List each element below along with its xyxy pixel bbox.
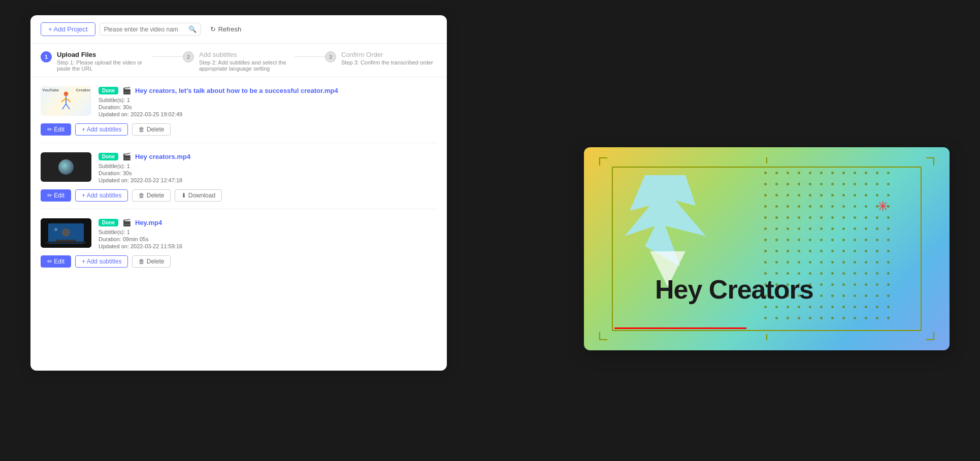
dot xyxy=(865,227,867,230)
dot xyxy=(820,205,823,208)
preview-panel: // Generate dots inline via the template… xyxy=(584,147,950,350)
preview-title: Hey Creators xyxy=(655,274,813,305)
dot xyxy=(764,261,767,264)
dot xyxy=(798,306,800,308)
dot xyxy=(865,283,867,286)
dot xyxy=(842,294,845,297)
edit-button-2[interactable]: ✏ Edit xyxy=(41,189,71,202)
dot xyxy=(854,294,856,297)
dot xyxy=(775,205,778,208)
dot xyxy=(887,306,890,308)
corner-mark-tr xyxy=(926,157,934,166)
dot xyxy=(764,172,767,174)
project-subtitles-3: Subtitle(s): 1 xyxy=(99,229,437,235)
video-icon-3: 🎬 xyxy=(122,218,131,226)
dot xyxy=(831,261,834,264)
dot xyxy=(865,183,867,185)
dot xyxy=(820,183,823,185)
dot xyxy=(876,216,878,219)
step-2-title: Add subtitles xyxy=(199,51,295,58)
step-3-title: Confirm Order xyxy=(341,51,437,58)
dot xyxy=(831,250,834,252)
svg-line-5 xyxy=(66,104,70,109)
project-actions-3: ✏ Edit + Add subtitles 🗑 Delete xyxy=(41,255,437,268)
download-button-2[interactable]: ⬇ Download xyxy=(175,189,222,202)
dot xyxy=(798,172,800,174)
delete-button-1[interactable]: 🗑 Delete xyxy=(132,123,171,136)
dot xyxy=(854,194,856,196)
dot xyxy=(876,283,878,286)
step-1-circle: 1 xyxy=(41,51,52,62)
project-duration-3: Duration: 09min 05s xyxy=(99,236,437,242)
dot xyxy=(787,172,789,174)
delete-button-2[interactable]: 🗑 Delete xyxy=(132,189,171,202)
badge-done-3: Done xyxy=(99,219,118,226)
dot xyxy=(887,261,890,264)
dot xyxy=(842,172,845,174)
dot xyxy=(854,283,856,286)
dot xyxy=(887,183,890,185)
dot xyxy=(887,239,890,241)
svg-line-2 xyxy=(61,98,66,102)
project-title-1: Hey creators, let's talk about how to be… xyxy=(135,87,338,94)
dot xyxy=(775,250,778,252)
dot xyxy=(865,306,867,308)
project-title-3: Hey.mp4 xyxy=(135,219,162,226)
dot xyxy=(842,261,845,264)
edit-button-1[interactable]: ✏ Edit xyxy=(41,123,71,136)
dot xyxy=(842,227,845,230)
video-icon-1: 🎬 xyxy=(122,86,131,94)
project-subtitles-1: Subtitle(s): 1 xyxy=(99,97,437,103)
project-updated-3: Updated on: 2022-03-22 11:59:16 xyxy=(99,243,437,249)
project-updated-2: Updated on: 2022-03-22 12:47:18 xyxy=(99,177,437,183)
dot xyxy=(865,239,867,241)
dot xyxy=(798,183,800,185)
dot xyxy=(820,172,823,174)
dot xyxy=(887,317,890,319)
dot xyxy=(787,239,789,241)
corner-mark-br xyxy=(926,332,934,340)
step-2: 2 Add subtitles Step 2: Add subtitles an… xyxy=(183,51,295,72)
dot xyxy=(764,216,767,219)
dot xyxy=(887,294,890,297)
dot xyxy=(809,172,811,174)
dot xyxy=(865,272,867,275)
add-subtitles-button-3[interactable]: + Add subtitles xyxy=(75,255,128,268)
dot xyxy=(865,216,867,219)
dot xyxy=(876,183,878,185)
project-actions-1: ✏ Edit + Add subtitles 🗑 Delete xyxy=(41,123,437,136)
dot xyxy=(887,283,890,286)
dot xyxy=(876,172,878,174)
dot xyxy=(887,272,890,275)
dot xyxy=(865,261,867,264)
project-thumbnail-3 xyxy=(41,218,91,248)
dot xyxy=(775,239,778,241)
dot xyxy=(831,239,834,241)
add-subtitles-button-2[interactable]: + Add subtitles xyxy=(75,189,128,202)
search-input[interactable] xyxy=(104,26,185,33)
edit-button-3[interactable]: ✏ Edit xyxy=(41,255,71,268)
dot xyxy=(854,306,856,308)
refresh-icon: ↻ xyxy=(210,25,216,33)
toolbar: + Add Project 🔍 ↻ Refresh xyxy=(30,15,447,44)
dot xyxy=(865,250,867,252)
dot xyxy=(764,317,767,319)
dot xyxy=(809,250,811,252)
dot xyxy=(820,216,823,219)
refresh-button[interactable]: ↻ Refresh xyxy=(205,23,247,36)
dot xyxy=(876,306,878,308)
preview-background: // Generate dots inline via the template… xyxy=(584,147,950,350)
dot xyxy=(764,205,767,208)
svg-line-4 xyxy=(62,104,66,109)
dot xyxy=(876,294,878,297)
dot xyxy=(809,194,811,196)
add-project-button[interactable]: + Add Project xyxy=(41,22,95,36)
step-1-title: Upload Files xyxy=(57,51,152,58)
corner-mark-tl xyxy=(599,157,607,166)
corner-mark-bl xyxy=(599,332,607,340)
dot xyxy=(831,183,834,185)
delete-button-3[interactable]: 🗑 Delete xyxy=(132,255,171,268)
dot xyxy=(798,227,800,230)
project-thumbnail-2 xyxy=(41,152,91,182)
add-subtitles-button-1[interactable]: + Add subtitles xyxy=(75,123,128,136)
